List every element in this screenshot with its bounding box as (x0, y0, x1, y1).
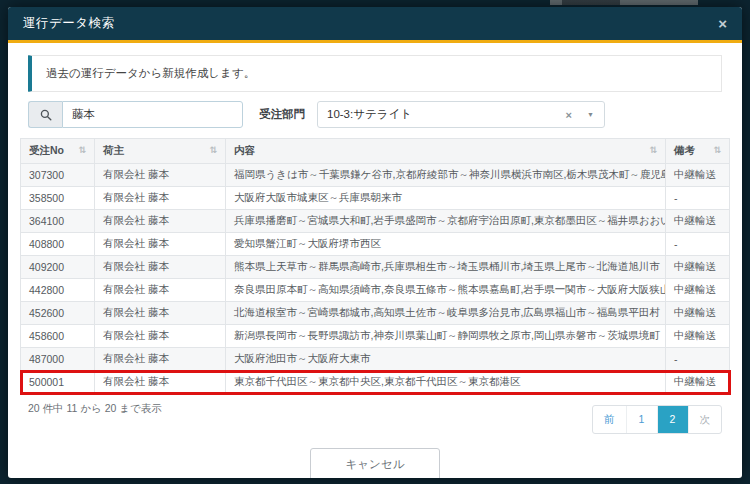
cell-content: 福岡県うきは市～千葉県鎌ケ谷市,京都府綾部市～神奈川県横浜市南区,栃木県茂木町～… (226, 164, 666, 187)
cell-no: 408800 (21, 233, 95, 256)
cell-no: 458600 (21, 325, 95, 348)
pagination-page-1[interactable]: 1 (626, 406, 657, 433)
filter-row: 受注部門 10-3:サテライト × ▼ (28, 101, 722, 128)
modal-body: 過去の運行データから新規作成します。 受注部門 10-3:サテライト × ▼ (8, 43, 742, 434)
table-row[interactable]: 358500有限会社 藤本大阪府大阪市城東区～兵庫県朝来市- (21, 187, 730, 210)
column-label: 備考 (674, 144, 695, 156)
cell-content: 大阪府池田市～大阪府大東市 (226, 348, 666, 371)
cell-no: 358500 (21, 187, 95, 210)
cell-note: 中継輸送 (666, 302, 730, 325)
department-selected-value: 10-3:サテライト (327, 107, 595, 122)
cell-note: 中継輸送 (666, 325, 730, 348)
table-footer: 20 件中 11 から 20 まで表示 前 1 2 次 (28, 400, 722, 434)
column-label: 荷主 (103, 144, 124, 156)
cell-note: 中継輸送 (666, 164, 730, 187)
pagination-page-2[interactable]: 2 (657, 406, 688, 433)
cell-no: 409200 (21, 256, 95, 279)
cell-note: - (666, 187, 730, 210)
sort-icon: ⇅ (209, 145, 217, 155)
pagination-next[interactable]: 次 (688, 406, 722, 433)
cell-no: 500001 (21, 371, 95, 394)
modal-title: 運行データ検索 (23, 15, 115, 32)
cell-content: 大阪府大阪市城東区～兵庫県朝来市 (226, 187, 666, 210)
cell-shipper: 有限会社 藤本 (95, 164, 226, 187)
cancel-button[interactable]: キャンセル (310, 448, 441, 478)
search-input[interactable] (62, 101, 243, 128)
cell-content: 新潟県長岡市～長野県諏訪市,神奈川県葉山町～静岡県牧之原市,岡山県赤磐市～茨城県… (226, 325, 666, 348)
table-row[interactable]: 408800有限会社 藤本愛知県蟹江町～大阪府堺市西区- (21, 233, 730, 256)
cell-content: 熊本県上天草市～群馬県高崎市,兵庫県相生市～埼玉県桶川市,埼玉県上尾市～北海道旭… (226, 256, 666, 279)
table-row[interactable]: 442800有限会社 藤本奈良県田原本町～高知県須崎市,奈良県五條市～熊本県嘉島… (21, 279, 730, 302)
pagination-prev[interactable]: 前 (593, 406, 626, 433)
cell-shipper: 有限会社 藤本 (95, 256, 226, 279)
keyword-search-group (28, 101, 243, 128)
cell-shipper: 有限会社 藤本 (95, 210, 226, 233)
cell-content: 北海道根室市～宮崎県都城市,高知県土佐市～岐阜県多治見市,広島県福山市～福島県平… (226, 302, 666, 325)
sort-icon: ⇅ (713, 145, 721, 155)
cell-content: 愛知県蟹江町～大阪府堺市西区 (226, 233, 666, 256)
pagination: 前 1 2 次 (592, 405, 722, 434)
cell-content: 兵庫県播磨町～宮城県大和町,岩手県盛岡市～京都府宇治田原町,東京都墨田区～福井県… (226, 210, 666, 233)
cell-content: 奈良県田原本町～高知県須崎市,奈良県五條市～熊本県嘉島町,岩手県一関市～大阪府大… (226, 279, 666, 302)
table-row[interactable]: 500001有限会社 藤本東京都千代田区～東京都中央区,東京都千代田区～東京都港… (21, 371, 730, 394)
table-row[interactable]: 487000有限会社 藤本大阪府池田市～大阪府大東市- (21, 348, 730, 371)
background-page-fragment (550, 0, 698, 5)
cell-no: 442800 (21, 279, 95, 302)
results-table: 受注No ⇅ 荷主 ⇅ 内容 ⇅ 備考 ⇅ (20, 138, 730, 394)
cell-shipper: 有限会社 藤本 (95, 233, 226, 256)
cell-shipper: 有限会社 藤本 (95, 371, 226, 394)
sort-icon: ⇅ (649, 145, 657, 155)
column-header-content[interactable]: 内容 ⇅ (226, 139, 666, 164)
info-message: 過去の運行データから新規作成します。 (28, 55, 722, 92)
cell-note: - (666, 348, 730, 371)
column-header-order-no[interactable]: 受注No ⇅ (21, 139, 95, 164)
table-header: 受注No ⇅ 荷主 ⇅ 内容 ⇅ 備考 ⇅ (21, 139, 730, 164)
cell-no: 307300 (21, 164, 95, 187)
modal-header: 運行データ検索 × (8, 7, 742, 43)
table-row[interactable]: 452600有限会社 藤本北海道根室市～宮崎県都城市,高知県土佐市～岐阜県多治見… (21, 302, 730, 325)
close-icon[interactable]: × (718, 16, 727, 31)
cell-note: 中継輸送 (666, 210, 730, 233)
results-summary: 20 件中 11 から 20 まで表示 (28, 400, 162, 416)
cell-shipper: 有限会社 藤本 (95, 348, 226, 371)
sort-icon: ⇅ (78, 145, 86, 155)
chevron-down-icon: ▼ (587, 111, 594, 118)
department-label: 受注部門 (259, 107, 305, 122)
table-row[interactable]: 307300有限会社 藤本福岡県うきは市～千葉県鎌ケ谷市,京都府綾部市～神奈川県… (21, 164, 730, 187)
cell-no: 487000 (21, 348, 95, 371)
table-row[interactable]: 364100有限会社 藤本兵庫県播磨町～宮城県大和町,岩手県盛岡市～京都府宇治田… (21, 210, 730, 233)
cell-shipper: 有限会社 藤本 (95, 187, 226, 210)
cell-note: 中継輸送 (666, 371, 730, 394)
search-modal: 運行データ検索 × 過去の運行データから新規作成します。 受注部門 10-3:サ… (8, 7, 742, 478)
department-select[interactable]: 10-3:サテライト × ▼ (317, 101, 605, 128)
cell-content: 東京都千代田区～東京都中央区,東京都千代田区～東京都港区 (226, 371, 666, 394)
cell-note: 中継輸送 (666, 256, 730, 279)
cell-note: 中継輸送 (666, 279, 730, 302)
column-label: 内容 (234, 144, 255, 156)
column-header-shipper[interactable]: 荷主 ⇅ (95, 139, 226, 164)
cell-shipper: 有限会社 藤本 (95, 279, 226, 302)
cell-no: 452600 (21, 302, 95, 325)
table-body: 307300有限会社 藤本福岡県うきは市～千葉県鎌ケ谷市,京都府綾部市～神奈川県… (21, 164, 730, 394)
cell-shipper: 有限会社 藤本 (95, 325, 226, 348)
modal-footer: キャンセル (8, 434, 742, 478)
table-row[interactable]: 458600有限会社 藤本新潟県長岡市～長野県諏訪市,神奈川県葉山町～静岡県牧之… (21, 325, 730, 348)
search-icon (28, 101, 62, 128)
column-header-note[interactable]: 備考 ⇅ (666, 139, 730, 164)
cell-shipper: 有限会社 藤本 (95, 302, 226, 325)
table-row[interactable]: 409200有限会社 藤本熊本県上天草市～群馬県高崎市,兵庫県相生市～埼玉県桶川… (21, 256, 730, 279)
cell-note: - (666, 233, 730, 256)
column-label: 受注No (29, 144, 64, 156)
clear-selection-icon[interactable]: × (566, 109, 572, 121)
cell-no: 364100 (21, 210, 95, 233)
